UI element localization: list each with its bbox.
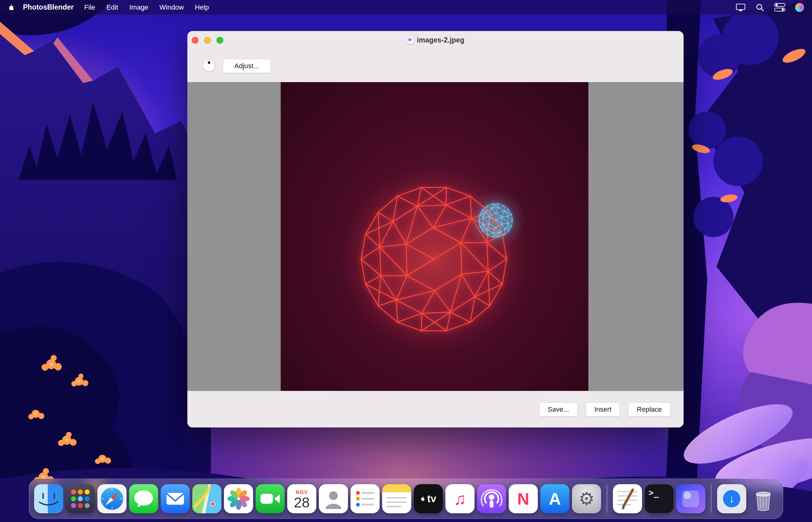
calendar-day-label: 28 xyxy=(294,495,310,510)
dock-podcasts-icon[interactable] xyxy=(477,484,506,513)
jpeg-file-icon[interactable] xyxy=(407,36,414,44)
tv-icon-label-row: tv xyxy=(420,493,436,505)
menu-bar: PhotosBlender File Edit Image Window Hel… xyxy=(0,0,812,15)
insert-button[interactable]: Insert xyxy=(585,402,620,417)
dock-trash-icon[interactable] xyxy=(749,484,778,513)
save-button[interactable]: Save... xyxy=(539,402,578,417)
dock-music-icon[interactable]: ♫ xyxy=(445,484,475,513)
wireframe-spheres-art xyxy=(281,82,588,391)
zoom-button[interactable] xyxy=(216,37,223,44)
screen-mirroring-icon[interactable] xyxy=(736,3,746,12)
messages-icon-art xyxy=(129,484,158,513)
dock-mail-icon[interactable] xyxy=(161,484,190,513)
menu-help[interactable]: Help xyxy=(189,0,214,15)
dock-photos-icon[interactable] xyxy=(224,484,253,513)
news-n-glyph: N xyxy=(517,490,529,507)
replace-button[interactable]: Replace xyxy=(628,402,671,417)
control-center-icon[interactable] xyxy=(774,3,785,12)
siri-icon[interactable] xyxy=(795,3,804,12)
dock: NOV 28 tv ♫ xyxy=(29,479,783,519)
launchpad-icon-art xyxy=(66,484,95,513)
trash-icon-art xyxy=(749,484,778,513)
dock-notes-icon[interactable] xyxy=(382,484,411,513)
menu-image[interactable]: Image xyxy=(124,0,154,15)
traffic-lights xyxy=(192,37,223,44)
red-wireframe-sphere xyxy=(361,187,506,331)
spotlight-search-icon[interactable] xyxy=(756,3,764,12)
close-button[interactable] xyxy=(192,37,198,44)
dock-news-icon[interactable]: N xyxy=(509,484,538,513)
window-footer: Save... Insert Replace xyxy=(187,391,683,427)
window-titlebar[interactable]: images-2.jpeg xyxy=(187,31,683,49)
dock-maps-icon[interactable] xyxy=(192,484,221,513)
apple-menu-icon[interactable] xyxy=(8,3,15,12)
dock-contacts-icon[interactable] xyxy=(319,484,348,513)
facetime-icon-art xyxy=(255,484,285,513)
dock-tv-icon[interactable]: tv xyxy=(414,484,443,513)
dock-downloads-icon[interactable]: ↓ xyxy=(717,484,746,513)
notes-icon-art xyxy=(382,484,411,513)
cyan-wireframe-sphere xyxy=(479,204,513,237)
tv-icon-label: tv xyxy=(427,493,436,505)
adjust-button[interactable]: Adjust... xyxy=(223,59,271,73)
safari-icon-art xyxy=(97,484,127,513)
dock-safari-icon[interactable] xyxy=(97,484,127,513)
rotation-knob[interactable] xyxy=(203,60,215,72)
dock-messages-icon[interactable] xyxy=(129,484,158,513)
settings-gear-glyph: ⚙ xyxy=(578,490,595,508)
dock-calendar-icon[interactable]: NOV 28 xyxy=(287,484,316,513)
music-note-glyph: ♫ xyxy=(454,490,466,507)
menu-window[interactable]: Window xyxy=(154,0,189,15)
dock-finder-icon[interactable] xyxy=(34,484,63,513)
dock-reminders-icon[interactable] xyxy=(350,484,380,513)
podcasts-icon-art xyxy=(477,484,506,513)
dock-separator xyxy=(711,485,712,513)
reminders-icon-art xyxy=(350,484,380,513)
textedit-icon-art xyxy=(613,484,642,513)
photosblender-icon-art xyxy=(676,484,705,513)
window-toolbar: Adjust... xyxy=(187,49,683,82)
dock-photosblender-icon[interactable] xyxy=(676,484,705,513)
apple-tv-apple-glyph xyxy=(420,496,426,502)
photo-image xyxy=(281,82,588,391)
contacts-icon-art xyxy=(319,484,348,513)
menu-file[interactable]: File xyxy=(79,0,101,15)
dock-appstore-icon[interactable]: A xyxy=(540,484,569,513)
window-title: images-2.jpeg xyxy=(417,36,464,44)
dock-textedit-icon[interactable] xyxy=(613,484,642,513)
active-app-name[interactable]: PhotosBlender xyxy=(23,3,74,12)
finder-icon-art xyxy=(34,484,63,513)
dock-facetime-icon[interactable] xyxy=(255,484,285,513)
downloads-arrow-glyph: ↓ xyxy=(729,492,734,505)
appstore-a-glyph: A xyxy=(549,490,561,507)
dock-settings-icon[interactable]: ⚙ xyxy=(572,484,601,513)
photos-icon-art xyxy=(224,484,253,513)
minimize-button[interactable] xyxy=(204,37,211,44)
downloads-arrow-circle: ↓ xyxy=(723,490,740,507)
menu-edit[interactable]: Edit xyxy=(101,0,124,15)
dock-separator xyxy=(607,485,607,513)
terminal-prompt-glyph: >_ xyxy=(649,487,659,498)
maps-icon-art xyxy=(192,484,221,513)
image-canvas-area xyxy=(187,82,683,391)
dock-launchpad-icon[interactable] xyxy=(66,484,95,513)
app-window: images-2.jpeg Adjust... Save... Insert R… xyxy=(187,31,683,427)
dock-terminal-icon[interactable]: >_ xyxy=(644,484,674,513)
mail-icon-art xyxy=(161,484,190,513)
